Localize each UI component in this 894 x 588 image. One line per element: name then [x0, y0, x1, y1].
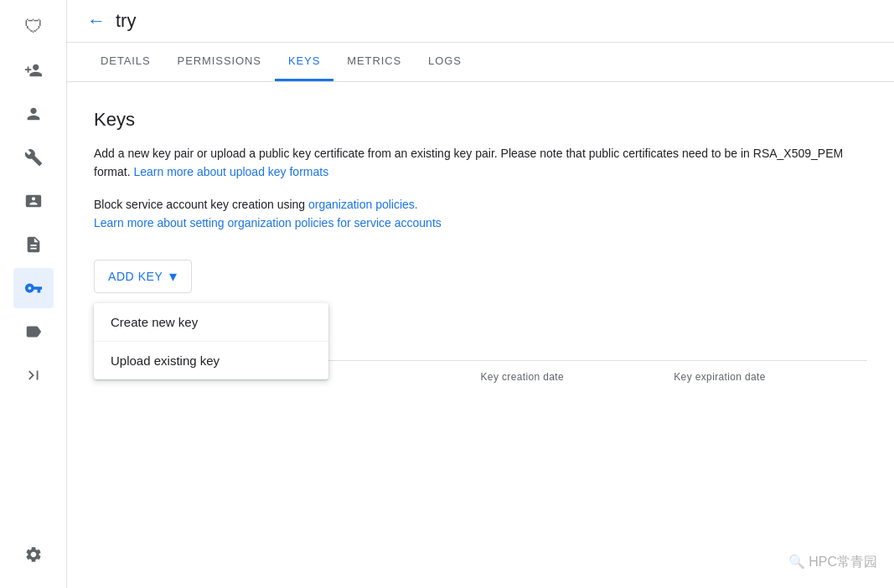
- content-area: Keys Add a new key pair or upload a publ…: [67, 82, 894, 588]
- key-creation-date-header: Key creation date: [481, 371, 674, 383]
- org-policy-text: Block service account key creation using…: [94, 195, 867, 233]
- tab-permissions[interactable]: PERMISSIONS: [164, 43, 275, 81]
- org-policies-link[interactable]: organization policies.: [308, 198, 418, 211]
- key-nav-icon[interactable]: [13, 268, 54, 308]
- create-new-key-item[interactable]: Create new key: [94, 303, 328, 341]
- key-expiration-date-header: Key expiration date: [674, 371, 867, 383]
- tab-details[interactable]: DETAILS: [87, 43, 164, 81]
- chevron-down-icon: ▾: [169, 267, 178, 286]
- forward-icon[interactable]: [13, 355, 54, 395]
- person-icon[interactable]: [13, 94, 54, 134]
- learn-more-org-link[interactable]: Learn more about setting organization po…: [94, 216, 442, 230]
- add-key-label: ADD KEY: [108, 270, 163, 283]
- keys-description: Add a new key pair or upload a public ke…: [94, 144, 848, 182]
- org-policy-prefix: Block service account key creation using: [94, 198, 308, 211]
- sidebar: 🛡: [0, 0, 67, 588]
- upload-existing-key-item[interactable]: Upload existing key: [94, 341, 328, 379]
- id-card-icon[interactable]: [13, 181, 54, 221]
- page-title: try: [116, 10, 136, 32]
- tab-metrics[interactable]: METRICS: [333, 43, 415, 81]
- shield-icon[interactable]: 🛡: [13, 7, 54, 47]
- tab-keys[interactable]: KEYS: [275, 43, 333, 81]
- add-key-wrapper: ADD KEY ▾ Create new key Upload existing…: [94, 260, 192, 293]
- learn-more-link[interactable]: Learn more about upload key formats: [133, 165, 328, 178]
- tag-icon[interactable]: [13, 312, 54, 352]
- add-key-button[interactable]: ADD KEY ▾: [94, 260, 192, 293]
- back-button[interactable]: ←: [87, 10, 106, 32]
- add-key-dropdown: Create new key Upload existing key: [94, 303, 328, 379]
- tabs-bar: DETAILS PERMISSIONS KEYS METRICS LOGS: [67, 43, 894, 82]
- add-person-icon[interactable]: [13, 50, 54, 90]
- tab-logs[interactable]: LOGS: [415, 43, 475, 81]
- keys-section-title: Keys: [94, 109, 867, 131]
- settings-icon[interactable]: [13, 534, 54, 575]
- document-icon[interactable]: [13, 224, 54, 265]
- wrench-icon[interactable]: [13, 137, 54, 178]
- main-content: ← try DETAILS PERMISSIONS KEYS METRICS L…: [67, 0, 894, 588]
- header: ← try: [67, 0, 894, 43]
